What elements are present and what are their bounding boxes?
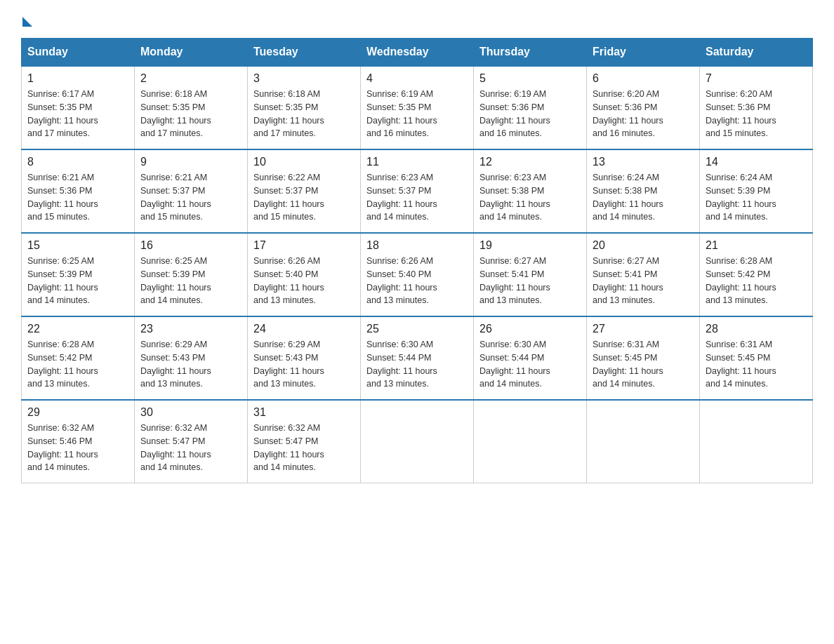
- day-info: Sunrise: 6:21 AM Sunset: 5:37 PM Dayligh…: [140, 171, 241, 224]
- day-info: Sunrise: 6:24 AM Sunset: 5:38 PM Dayligh…: [593, 171, 694, 224]
- day-info: Sunrise: 6:24 AM Sunset: 5:39 PM Dayligh…: [706, 171, 807, 224]
- page-header: [21, 14, 813, 24]
- day-info: Sunrise: 6:28 AM Sunset: 5:42 PM Dayligh…: [706, 255, 807, 307]
- day-number: 22: [27, 323, 128, 335]
- calendar-cell: 29 Sunrise: 6:32 AM Sunset: 5:46 PM Dayl…: [22, 400, 135, 483]
- calendar-header-row: SundayMondayTuesdayWednesdayThursdayFrid…: [22, 39, 813, 67]
- day-info: Sunrise: 6:29 AM Sunset: 5:43 PM Dayligh…: [253, 338, 355, 391]
- day-number: 25: [366, 323, 468, 335]
- day-info: Sunrise: 6:27 AM Sunset: 5:41 PM Dayligh…: [479, 255, 581, 307]
- day-number: 18: [366, 239, 468, 252]
- day-info: Sunrise: 6:27 AM Sunset: 5:41 PM Dayligh…: [593, 255, 694, 307]
- calendar-cell: 24 Sunrise: 6:29 AM Sunset: 5:43 PM Dayl…: [248, 316, 361, 400]
- day-info: Sunrise: 6:19 AM Sunset: 5:36 PM Dayligh…: [479, 88, 581, 140]
- day-info: Sunrise: 6:30 AM Sunset: 5:44 PM Dayligh…: [479, 338, 581, 391]
- day-info: Sunrise: 6:31 AM Sunset: 5:45 PM Dayligh…: [593, 338, 694, 391]
- header-sunday: Sunday: [22, 39, 135, 67]
- day-info: Sunrise: 6:32 AM Sunset: 5:46 PM Dayligh…: [27, 422, 128, 474]
- day-number: 6: [593, 72, 694, 85]
- calendar-cell: 16 Sunrise: 6:25 AM Sunset: 5:39 PM Dayl…: [135, 233, 248, 316]
- day-number: 2: [140, 72, 241, 85]
- calendar-cell: 23 Sunrise: 6:29 AM Sunset: 5:43 PM Dayl…: [135, 316, 248, 400]
- calendar-week-3: 15 Sunrise: 6:25 AM Sunset: 5:39 PM Dayl…: [22, 233, 813, 316]
- day-info: Sunrise: 6:20 AM Sunset: 5:36 PM Dayligh…: [706, 88, 807, 140]
- calendar-week-1: 1 Sunrise: 6:17 AM Sunset: 5:35 PM Dayli…: [22, 66, 813, 149]
- day-number: 24: [253, 323, 355, 335]
- day-info: Sunrise: 6:25 AM Sunset: 5:39 PM Dayligh…: [27, 255, 128, 307]
- calendar-cell: 10 Sunrise: 6:22 AM Sunset: 5:37 PM Dayl…: [248, 149, 361, 233]
- day-number: 15: [27, 239, 128, 252]
- calendar-week-2: 8 Sunrise: 6:21 AM Sunset: 5:36 PM Dayli…: [22, 149, 813, 233]
- day-info: Sunrise: 6:22 AM Sunset: 5:37 PM Dayligh…: [253, 171, 355, 224]
- day-info: Sunrise: 6:29 AM Sunset: 5:43 PM Dayligh…: [140, 338, 241, 391]
- day-number: 26: [479, 323, 581, 335]
- day-number: 10: [253, 156, 355, 168]
- calendar-cell: 22 Sunrise: 6:28 AM Sunset: 5:42 PM Dayl…: [22, 316, 135, 400]
- day-number: 27: [593, 323, 694, 335]
- calendar-cell: 19 Sunrise: 6:27 AM Sunset: 5:41 PM Dayl…: [474, 233, 587, 316]
- calendar-cell: 7 Sunrise: 6:20 AM Sunset: 5:36 PM Dayli…: [700, 66, 813, 149]
- calendar-cell: 2 Sunrise: 6:18 AM Sunset: 5:35 PM Dayli…: [135, 66, 248, 149]
- day-info: Sunrise: 6:31 AM Sunset: 5:45 PM Dayligh…: [706, 338, 807, 391]
- calendar-cell: 9 Sunrise: 6:21 AM Sunset: 5:37 PM Dayli…: [135, 149, 248, 233]
- day-info: Sunrise: 6:17 AM Sunset: 5:35 PM Dayligh…: [27, 88, 128, 140]
- calendar-cell: 17 Sunrise: 6:26 AM Sunset: 5:40 PM Dayl…: [248, 233, 361, 316]
- calendar-cell: 6 Sunrise: 6:20 AM Sunset: 5:36 PM Dayli…: [587, 66, 700, 149]
- day-info: Sunrise: 6:25 AM Sunset: 5:39 PM Dayligh…: [140, 255, 241, 307]
- day-info: Sunrise: 6:26 AM Sunset: 5:40 PM Dayligh…: [366, 255, 468, 307]
- header-tuesday: Tuesday: [248, 39, 361, 67]
- day-number: 31: [253, 406, 355, 419]
- day-number: 30: [140, 406, 241, 419]
- calendar-cell: 31 Sunrise: 6:32 AM Sunset: 5:47 PM Dayl…: [248, 400, 361, 483]
- day-number: 4: [366, 72, 468, 85]
- calendar-cell: 20 Sunrise: 6:27 AM Sunset: 5:41 PM Dayl…: [587, 233, 700, 316]
- logo-arrow-icon: [22, 17, 32, 27]
- day-number: 5: [479, 72, 581, 85]
- day-number: 29: [27, 406, 128, 419]
- calendar-cell: [700, 400, 813, 483]
- day-info: Sunrise: 6:18 AM Sunset: 5:35 PM Dayligh…: [140, 88, 241, 140]
- calendar-cell: 3 Sunrise: 6:18 AM Sunset: 5:35 PM Dayli…: [248, 66, 361, 149]
- day-number: 13: [593, 156, 694, 168]
- day-info: Sunrise: 6:23 AM Sunset: 5:38 PM Dayligh…: [479, 171, 581, 224]
- calendar-cell: 26 Sunrise: 6:30 AM Sunset: 5:44 PM Dayl…: [474, 316, 587, 400]
- day-number: 21: [706, 239, 807, 252]
- calendar-cell: 30 Sunrise: 6:32 AM Sunset: 5:47 PM Dayl…: [135, 400, 248, 483]
- day-number: 8: [27, 156, 128, 168]
- calendar-table: SundayMondayTuesdayWednesdayThursdayFrid…: [21, 38, 813, 483]
- calendar-cell: 28 Sunrise: 6:31 AM Sunset: 5:45 PM Dayl…: [700, 316, 813, 400]
- day-info: Sunrise: 6:30 AM Sunset: 5:44 PM Dayligh…: [366, 338, 468, 391]
- header-thursday: Thursday: [474, 39, 587, 67]
- header-wednesday: Wednesday: [361, 39, 474, 67]
- calendar-cell: 21 Sunrise: 6:28 AM Sunset: 5:42 PM Dayl…: [700, 233, 813, 316]
- day-number: 1: [27, 72, 128, 85]
- calendar-cell: 25 Sunrise: 6:30 AM Sunset: 5:44 PM Dayl…: [361, 316, 474, 400]
- calendar-cell: 11 Sunrise: 6:23 AM Sunset: 5:37 PM Dayl…: [361, 149, 474, 233]
- calendar-cell: [361, 400, 474, 483]
- calendar-cell: 12 Sunrise: 6:23 AM Sunset: 5:38 PM Dayl…: [474, 149, 587, 233]
- day-info: Sunrise: 6:19 AM Sunset: 5:35 PM Dayligh…: [366, 88, 468, 140]
- day-info: Sunrise: 6:23 AM Sunset: 5:37 PM Dayligh…: [366, 171, 468, 224]
- day-number: 19: [479, 239, 581, 252]
- calendar-cell: [587, 400, 700, 483]
- day-info: Sunrise: 6:21 AM Sunset: 5:36 PM Dayligh…: [27, 171, 128, 224]
- calendar-cell: 18 Sunrise: 6:26 AM Sunset: 5:40 PM Dayl…: [361, 233, 474, 316]
- day-number: 28: [706, 323, 807, 335]
- day-info: Sunrise: 6:32 AM Sunset: 5:47 PM Dayligh…: [140, 422, 241, 474]
- day-number: 14: [706, 156, 807, 168]
- calendar-cell: 1 Sunrise: 6:17 AM Sunset: 5:35 PM Dayli…: [22, 66, 135, 149]
- header-monday: Monday: [135, 39, 248, 67]
- day-number: 11: [366, 156, 468, 168]
- day-number: 12: [479, 156, 581, 168]
- calendar-cell: 15 Sunrise: 6:25 AM Sunset: 5:39 PM Dayl…: [22, 233, 135, 316]
- calendar-cell: 13 Sunrise: 6:24 AM Sunset: 5:38 PM Dayl…: [587, 149, 700, 233]
- calendar-cell: 4 Sunrise: 6:19 AM Sunset: 5:35 PM Dayli…: [361, 66, 474, 149]
- day-number: 16: [140, 239, 241, 252]
- day-info: Sunrise: 6:20 AM Sunset: 5:36 PM Dayligh…: [593, 88, 694, 140]
- day-number: 3: [253, 72, 355, 85]
- calendar-cell: 8 Sunrise: 6:21 AM Sunset: 5:36 PM Dayli…: [22, 149, 135, 233]
- day-number: 20: [593, 239, 694, 252]
- day-number: 9: [140, 156, 241, 168]
- calendar-week-4: 22 Sunrise: 6:28 AM Sunset: 5:42 PM Dayl…: [22, 316, 813, 400]
- calendar-cell: 5 Sunrise: 6:19 AM Sunset: 5:36 PM Dayli…: [474, 66, 587, 149]
